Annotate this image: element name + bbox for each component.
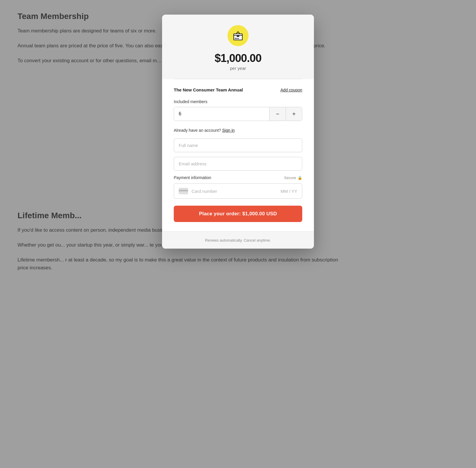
increment-button[interactable]: + [286, 107, 302, 121]
lock-icon: 🔒 [298, 176, 302, 180]
account-text: Already have an account? [174, 128, 221, 133]
plan-name: The New Consumer Team Annual [174, 87, 243, 92]
payment-label: Payment information [174, 175, 211, 180]
modal-header: New $1,000.00 per year [162, 15, 314, 79]
modal-body: The New Consumer Team Annual Add coupon … [162, 79, 314, 231]
svg-rect-1 [237, 35, 239, 37]
new-box-icon: New [232, 30, 244, 42]
account-row: Already have an account? Sign in [174, 128, 302, 133]
card-input-row[interactable]: Card number MM / YY [174, 183, 302, 199]
card-number-placeholder: Card number [192, 189, 281, 194]
place-order-button[interactable]: Place your order: $1,000.00 USD [174, 206, 302, 222]
members-stepper: − + [174, 107, 302, 121]
add-coupon-button[interactable]: Add coupon [280, 88, 302, 92]
card-brand-icon [179, 188, 188, 194]
sign-in-button[interactable]: Sign in [222, 128, 235, 133]
checkout-modal: New $1,000.00 per year The New Consumer … [162, 15, 314, 249]
svg-text:New: New [234, 37, 239, 40]
secure-text: Secure [284, 176, 296, 180]
svg-rect-4 [179, 190, 188, 191]
email-input[interactable] [174, 157, 302, 171]
secure-badge: Secure 🔒 [284, 176, 302, 180]
modal-footer: Renews automatically. Cancel anytime. [162, 231, 314, 249]
decrement-button[interactable]: − [269, 107, 286, 121]
price-display: $1,000.00 [215, 52, 261, 65]
renew-text: Renews automatically. Cancel anytime. [205, 238, 271, 242]
card-expiry-placeholder: MM / YY [281, 189, 297, 194]
payment-header: Payment information Secure 🔒 [174, 175, 302, 180]
product-icon: New [227, 25, 249, 46]
price-period: per year [230, 66, 246, 71]
modal-overlay: New $1,000.00 per year The New Consumer … [0, 0, 476, 468]
plan-row: The New Consumer Team Annual Add coupon [174, 87, 302, 92]
full-name-input[interactable] [174, 138, 302, 152]
members-input[interactable] [174, 107, 269, 121]
included-members-label: Included members [174, 99, 302, 104]
